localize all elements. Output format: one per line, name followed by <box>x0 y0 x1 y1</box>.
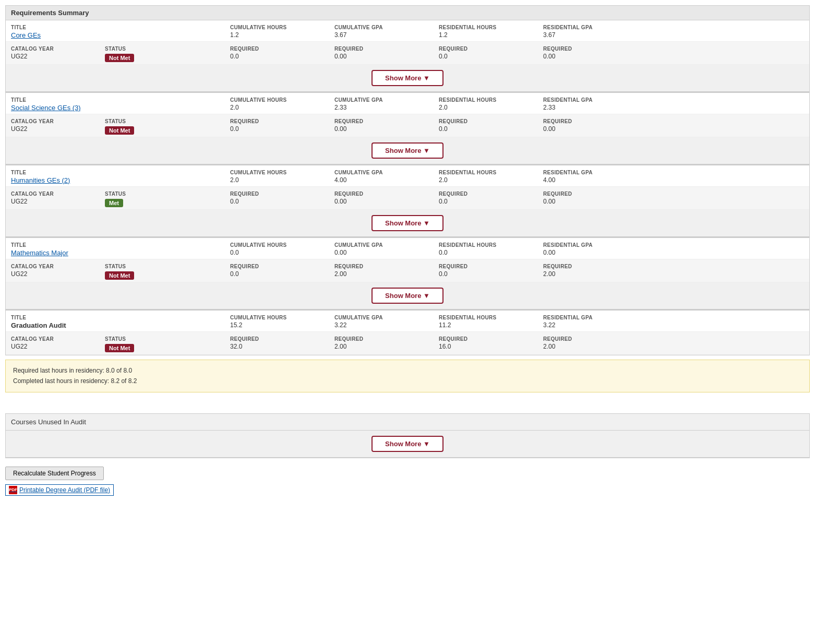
core-ges-bottom-title: CATALOG YEAR UG22 STATUS Not Met <box>11 46 230 62</box>
req-row-top-math: TITLE Mathematics Major CUMULATIVE HOURS… <box>6 238 809 259</box>
required-label: REQUIRED <box>543 191 648 197</box>
ss-status-col: STATUS Not Met <box>105 118 209 135</box>
ss-res-hours-col: RESIDENTIAL HOURS 2.0 <box>439 97 543 112</box>
grad-res-hours-val: 11.2 <box>439 321 543 329</box>
math-show-more-row: Show More ▼ <box>6 282 809 309</box>
required-label: REQUIRED <box>439 118 543 124</box>
ss-cum-gpa-col: CUMULATIVE GPA 2.33 <box>334 97 439 112</box>
req-row-bottom-core-ges: CATALOG YEAR UG22 STATUS Not Met REQUIRE… <box>6 42 809 65</box>
required-label: REQUIRED <box>334 46 439 52</box>
courses-unused-header: Courses Unused In Audit <box>6 414 809 431</box>
ss-req-cum-hours-val: 0.0 <box>230 125 334 133</box>
math-res-gpa-col: RESIDENTIAL GPA 0.00 <box>543 242 648 257</box>
ss-title-link[interactable]: Social Science GEs (3) <box>11 104 230 112</box>
grad-req-res-hours-val: 16.0 <box>439 343 543 350</box>
hum-req-res-gpa-col: REQUIRED 0.00 <box>543 191 648 207</box>
core-ges-req-res-hours-val: 0.0 <box>439 53 543 60</box>
catalog-year-label: CATALOG YEAR <box>11 191 105 197</box>
hum-cum-gpa-col: CUMULATIVE GPA 4.00 <box>334 170 439 184</box>
hum-title-link[interactable]: Humanities GEs (2) <box>11 176 230 184</box>
hum-show-more-button[interactable]: Show More ▼ <box>371 215 444 231</box>
page-title: Requirements Summary <box>11 9 89 17</box>
res-gpa-label: RESIDENTIAL GPA <box>543 170 648 175</box>
requirements-summary-header: Requirements Summary <box>5 5 810 20</box>
pdf-icon: PDF <box>9 486 17 494</box>
required-label: REQUIRED <box>334 118 439 124</box>
required-label: REQUIRED <box>334 264 439 269</box>
hum-res-hours-val: 2.0 <box>439 176 543 184</box>
required-label: REQUIRED <box>230 191 334 197</box>
ss-req-res-gpa-val: 0.00 <box>543 125 648 133</box>
grad-cum-hours-val: 15.2 <box>230 321 334 329</box>
core-ges-res-hours-col: RESIDENTIAL HOURS 1.2 <box>439 25 543 39</box>
req-row-bottom-humanities: CATALOG YEAR UG22 STATUS Met REQUIRED 0.… <box>6 187 809 210</box>
res-hours-label: RESIDENTIAL HOURS <box>439 242 543 248</box>
math-catalog-year-val: UG22 <box>11 270 105 278</box>
core-ges-title-link[interactable]: Core GEs <box>11 31 230 39</box>
status-label: STATUS <box>105 336 209 342</box>
grad-status-badge: Not Met <box>105 344 134 352</box>
grad-cum-gpa-col: CUMULATIVE GPA 3.22 <box>334 315 439 329</box>
catalog-year-label: CATALOG YEAR <box>11 336 105 342</box>
grad-catalog-year-col: CATALOG YEAR UG22 <box>11 336 105 352</box>
req-block-humanities: TITLE Humanities GEs (2) CUMULATIVE HOUR… <box>5 165 810 237</box>
core-ges-cum-hours-col: CUMULATIVE HOURS 1.2 <box>230 25 334 39</box>
ss-title-col: TITLE Social Science GEs (3) <box>11 97 230 112</box>
ss-res-hours-val: 2.0 <box>439 104 543 111</box>
cum-hours-label: CUMULATIVE HOURS <box>230 242 334 248</box>
math-res-gpa-val: 0.00 <box>543 249 648 256</box>
required-label: REQUIRED <box>543 336 648 342</box>
required-label: REQUIRED <box>543 46 648 52</box>
hum-status-badge: Met <box>105 199 123 207</box>
required-label: REQUIRED <box>334 336 439 342</box>
math-show-more-button[interactable]: Show More ▼ <box>371 288 444 304</box>
catalog-year-label: CATALOG YEAR <box>11 118 105 124</box>
grad-res-gpa-col: RESIDENTIAL GPA 3.22 <box>543 315 648 329</box>
ss-res-gpa-col: RESIDENTIAL GPA 2.33 <box>543 97 648 112</box>
math-title-col: TITLE Mathematics Major <box>11 242 230 257</box>
required-label: REQUIRED <box>334 191 439 197</box>
hum-cum-hours-val: 2.0 <box>230 176 334 184</box>
pdf-link[interactable]: PDF Printable Degree Audit (PDF file) <box>5 484 114 496</box>
req-block-core-ges: TITLE Core GEs CUMULATIVE HOURS 1.2 CUMU… <box>5 20 810 92</box>
ss-cum-gpa-val: 2.33 <box>334 104 439 111</box>
hum-req-cum-hours-col: REQUIRED 0.0 <box>230 191 334 207</box>
grad-res-gpa-val: 3.22 <box>543 321 648 329</box>
grad-title-col: TITLE Graduation Audit <box>11 315 230 329</box>
hum-res-hours-col: RESIDENTIAL HOURS 2.0 <box>439 170 543 184</box>
courses-unused-show-more-button[interactable]: Show More ▼ <box>371 436 444 452</box>
cum-gpa-label: CUMULATIVE GPA <box>334 242 439 248</box>
math-req-res-hours-col: REQUIRED 0.0 <box>439 264 543 280</box>
hum-res-gpa-col: RESIDENTIAL GPA 4.00 <box>543 170 648 184</box>
core-ges-status-col: STATUS Not Met <box>105 46 209 62</box>
status-label: STATUS <box>105 46 209 52</box>
courses-unused-show-more-row: Show More ▼ <box>6 431 809 458</box>
status-label: STATUS <box>105 118 209 124</box>
core-ges-req-cum-hours-val: 0.0 <box>230 53 334 60</box>
ss-catalog-year-val: UG22 <box>11 125 105 133</box>
core-ges-status-badge: Not Met <box>105 54 134 62</box>
footer-buttons: Recalculate Student Progress PDF Printab… <box>5 467 810 496</box>
math-title-link[interactable]: Mathematics Major <box>11 249 230 257</box>
hum-catalog-year-col: CATALOG YEAR UG22 <box>11 191 105 207</box>
math-catalog-year-col: CATALOG YEAR UG22 <box>11 264 105 280</box>
math-cum-hours-col: CUMULATIVE HOURS 0.0 <box>230 242 334 257</box>
req-row-top-humanities: TITLE Humanities GEs (2) CUMULATIVE HOUR… <box>6 165 809 187</box>
core-ges-req-cum-gpa-val: 0.00 <box>334 53 439 60</box>
ss-req-cum-hours-col: REQUIRED 0.0 <box>230 118 334 135</box>
residency-line2: Completed last hours in residency: 8.2 o… <box>13 376 802 386</box>
hum-req-res-hours-val: 0.0 <box>439 198 543 205</box>
core-ges-cum-gpa-col: CUMULATIVE GPA 3.67 <box>334 25 439 39</box>
ss-show-more-button[interactable]: Show More ▼ <box>371 142 444 159</box>
core-ges-show-more-button[interactable]: Show More ▼ <box>371 70 444 86</box>
grad-req-cum-hours-col: REQUIRED 32.0 <box>230 336 334 352</box>
required-label: REQUIRED <box>439 264 543 269</box>
math-req-res-hours-val: 0.0 <box>439 270 543 278</box>
res-hours-label: RESIDENTIAL HOURS <box>439 25 543 30</box>
core-ges-req-cum-gpa-col: REQUIRED 0.00 <box>334 46 439 62</box>
spacer <box>5 397 810 405</box>
required-label: REQUIRED <box>543 264 648 269</box>
ss-req-res-hours-val: 0.0 <box>439 125 543 133</box>
grad-req-cum-gpa-val: 2.00 <box>334 343 439 350</box>
recalculate-button[interactable]: Recalculate Student Progress <box>5 467 104 480</box>
